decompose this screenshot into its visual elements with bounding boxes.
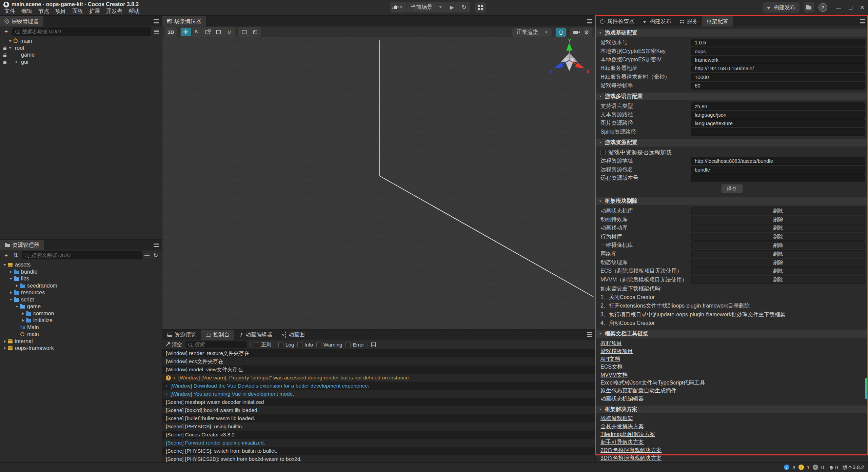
tree-node-root[interactable]: root [0,45,162,52]
info-count-icon[interactable]: i [784,465,789,470]
tree-node-main[interactable]: main [0,38,162,45]
camera-settings-button[interactable] [571,28,581,37]
create-node-button[interactable]: + [3,28,9,35]
log-row[interactable]: [Window] model_view文件夹存在 [162,366,595,374]
warning-count-icon[interactable]: ! [798,465,804,470]
chevron-right-icon[interactable] [20,312,26,315]
menu-item-节点[interactable]: 节点 [35,8,52,15]
tab-property-inspector[interactable]: 属性检查器 [596,16,639,26]
tree-node-resources[interactable]: resources [0,289,162,296]
sort-assets-button[interactable]: ⇅ [12,252,19,259]
gizmo-y-axis[interactable] [566,43,572,51]
prop-input-图片资源路径[interactable]: language/texture [691,119,865,127]
log-row[interactable]: [Scene] [PHYSICS]: switch from builtin t… [162,447,595,455]
filter-log-checkbox[interactable]: Log [278,342,294,348]
tree-node-seedrandom[interactable]: seedrandom [0,282,162,290]
chevron-down-icon[interactable] [7,47,13,49]
chevron-down-icon[interactable] [7,40,13,42]
remove-module-button[interactable]: 剔除 [691,250,865,258]
save-button[interactable]: 保存 [721,184,743,193]
tree-node-oops-framework[interactable]: oops-framework [0,345,162,352]
prop-input-游戏每秒帧率[interactable]: 60 [691,82,865,90]
bell-icon[interactable] [830,466,833,469]
scene-viewport[interactable]: Y X Z [162,37,595,329]
link-游戏模板项目[interactable]: 游戏模板项目 [600,348,633,355]
tab-console[interactable]: 控制台 [201,330,234,340]
tab-assets[interactable]: 资源管理器 [0,240,44,250]
filter-error-checkbox[interactable]: Error [346,342,364,348]
help-button[interactable]: ? [818,3,827,12]
panel-menu-icon[interactable] [587,332,592,337]
tree-node-assets[interactable]: assets [0,261,162,269]
log-row[interactable]: [Window] render_texture文件夹存在 [162,349,595,357]
expand-chevron-icon[interactable]: › [166,383,167,389]
preview-target-button[interactable] [390,2,407,13]
create-asset-button[interactable]: + [3,252,9,259]
log-row[interactable]: [Scene] Forward render pipeline initiali… [162,439,595,447]
tree-node-common[interactable]: common [0,310,162,317]
tree-node-gui[interactable]: gui [0,59,162,66]
prop-input-游戏版本号[interactable]: 1.0.5 [691,39,865,46]
scrollbar-thumb[interactable] [865,378,867,399]
remove-module-button[interactable]: 剔除 [691,216,865,223]
panel-menu-icon[interactable] [154,19,159,23]
remove-module-button[interactable]: 剔除 [691,241,865,249]
panel-menu-icon[interactable] [860,19,865,23]
remove-module-button[interactable]: 剔除 [691,233,865,241]
chevron-down-icon[interactable] [8,299,14,300]
expand-chevron-icon[interactable]: › [166,391,167,397]
tree-node-Main[interactable]: TSMain [0,324,162,331]
error-count-icon[interactable]: × [813,465,818,470]
prop-input-远程资源版本号[interactable] [691,174,865,182]
play-button[interactable]: ▶ [446,2,458,13]
build-publish-button[interactable]: 构建发布 [763,2,800,13]
prop-input-支持语言类型[interactable]: zh,en [691,102,865,110]
log-row[interactable]: [Scene] [PHYSICS]: using builtin. [162,422,595,431]
menu-item-开发者[interactable]: 开发者 [103,8,125,15]
link-教程项目[interactable]: 教程项目 [600,340,622,347]
chevron-down-icon[interactable] [14,306,20,308]
link-原生包热更新配置自动生成插件[interactable]: 原生包热更新配置自动生成插件 [600,387,676,394]
chevron-right-icon[interactable] [14,61,19,63]
menu-item-面板[interactable]: 面板 [69,8,86,15]
tree-node-script[interactable]: script [0,296,162,303]
link-Excel格式转Json文件与TypeScript代码工具[interactable]: Excel格式转Json文件与TypeScript代码工具 [600,379,705,387]
tab-asset-preview[interactable]: 资源预览 [162,330,201,340]
rotate-tool-button[interactable]: ↻ [192,28,202,36]
menu-item-项目[interactable]: 项目 [52,8,69,15]
prop-input-Http服务器地址[interactable]: http://192.168.0.150/main/ [691,64,865,72]
gizmo-x-axis[interactable] [575,62,585,68]
chevron-down-icon[interactable] [2,264,7,266]
lighting-toggle-button[interactable] [556,28,566,37]
panel-menu-icon[interactable] [154,243,159,247]
rect-tool-button[interactable] [213,28,223,36]
link-Tiledmap地图解决方案[interactable]: Tiledmap地图解决方案 [600,431,655,438]
tree-node-game[interactable]: game [0,303,162,310]
prop-input-文本资源路径[interactable]: language/json [691,111,865,119]
preview-on-device-button[interactable] [475,2,486,13]
remove-module-button[interactable]: 剔除 [691,267,865,275]
section-header-游戏基础配置[interactable]: 游戏基础配置 [596,29,868,37]
menu-item-帮助[interactable]: 帮助 [125,8,142,15]
scene-settings-button[interactable]: ⚙ [581,28,592,37]
chevron-right-icon[interactable] [14,284,20,287]
panel-menu-icon[interactable] [587,19,592,23]
tree-node-game[interactable]: game [0,52,162,59]
refresh-assets-button[interactable]: ↻ [152,252,159,259]
clear-console-button[interactable]: 清空 [166,341,182,348]
link-MVVM文档[interactable]: MVVM文档 [600,372,628,379]
regex-checkbox[interactable]: 正则 [254,341,271,348]
chevron-right-icon[interactable] [20,319,26,322]
prop-input-远程资源包名[interactable]: bundle [691,166,865,174]
move-tool-button[interactable]: ✛ [181,28,191,36]
tab-hierarchy[interactable]: 层级管理器 [0,16,43,26]
open-project-folder-button[interactable] [804,2,814,13]
section-header-游戏多语言配置[interactable]: 游戏多语言配置 [596,93,868,100]
prop-input-Http服务器请求超时（毫秒）[interactable]: 10000 [691,73,865,81]
tab-scene-editor[interactable]: 场景编辑器 [162,16,206,26]
expand-chevron-icon[interactable]: › [174,375,175,380]
minimize-button[interactable]: — [836,5,841,11]
remove-module-button[interactable]: 剔除 [691,259,865,267]
tab-services[interactable]: 服务 [676,16,702,26]
chevron-right-icon[interactable] [2,340,7,343]
